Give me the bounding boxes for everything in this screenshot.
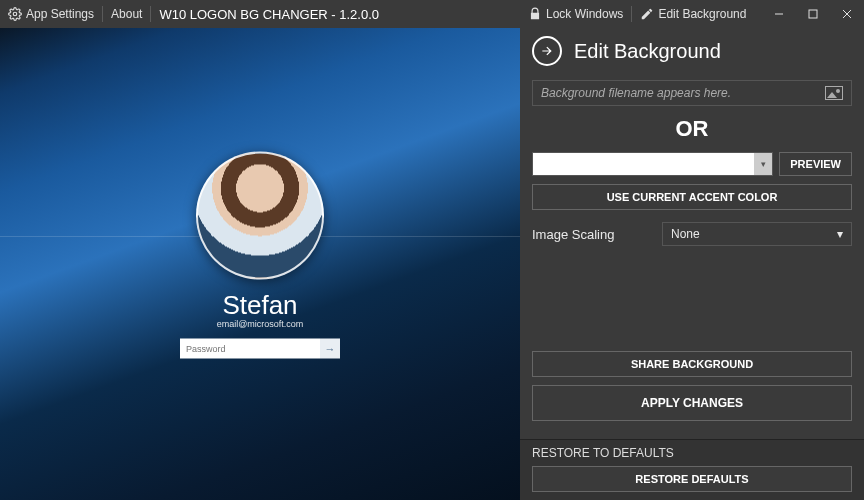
restore-section-title: RESTORE TO DEFAULTS — [532, 446, 852, 460]
app-settings-label: App Settings — [26, 7, 94, 21]
app-title: W10 LOGON BG CHANGER - 1.2.0.0 — [151, 7, 379, 22]
logon-preview: Stefan email@microsoft.com → — [0, 28, 520, 500]
svg-point-0 — [13, 12, 17, 16]
password-input[interactable] — [180, 338, 320, 358]
preview-button[interactable]: PREVIEW — [779, 152, 852, 176]
edit-panel: Edit Background Background filename appe… — [520, 28, 864, 500]
app-settings-button[interactable]: App Settings — [0, 0, 102, 28]
filename-placeholder: Background filename appears here. — [541, 86, 731, 100]
about-button[interactable]: About — [103, 0, 150, 28]
or-label: OR — [532, 116, 852, 142]
color-input[interactable]: ▾ — [532, 152, 773, 176]
restore-defaults-button[interactable]: RESTORE DEFAULTS — [532, 466, 852, 492]
use-accent-button[interactable]: USE CURRENT ACCENT COLOR — [532, 184, 852, 210]
chevron-down-icon: ▾ — [837, 227, 843, 241]
edit-background-tab[interactable]: Edit Background — [632, 0, 754, 28]
lock-windows-button[interactable]: Lock Windows — [520, 0, 631, 28]
gear-icon — [8, 7, 22, 21]
minimize-button[interactable] — [762, 0, 796, 28]
chevron-down-icon[interactable]: ▾ — [754, 153, 772, 175]
scaling-label: Image Scaling — [532, 227, 652, 242]
apply-changes-button[interactable]: APPLY CHANGES — [532, 385, 852, 421]
arrow-right-icon[interactable] — [532, 36, 562, 66]
titlebar: App Settings About W10 LOGON BG CHANGER … — [0, 0, 864, 28]
close-button[interactable] — [830, 0, 864, 28]
filename-field[interactable]: Background filename appears here. — [532, 80, 852, 106]
maximize-button[interactable] — [796, 0, 830, 28]
user-email: email@microsoft.com — [130, 318, 390, 328]
pencil-icon — [640, 7, 654, 21]
svg-rect-2 — [809, 10, 817, 18]
lock-windows-label: Lock Windows — [546, 7, 623, 21]
scaling-select[interactable]: None ▾ — [662, 222, 852, 246]
submit-arrow-icon[interactable]: → — [320, 338, 340, 358]
username: Stefan — [130, 289, 390, 320]
avatar — [196, 151, 324, 279]
edit-background-label: Edit Background — [658, 7, 746, 21]
panel-title: Edit Background — [574, 40, 721, 63]
lock-icon — [528, 7, 542, 21]
image-icon — [825, 86, 843, 100]
scaling-value: None — [671, 227, 700, 241]
share-background-button[interactable]: SHARE BACKGROUND — [532, 351, 852, 377]
